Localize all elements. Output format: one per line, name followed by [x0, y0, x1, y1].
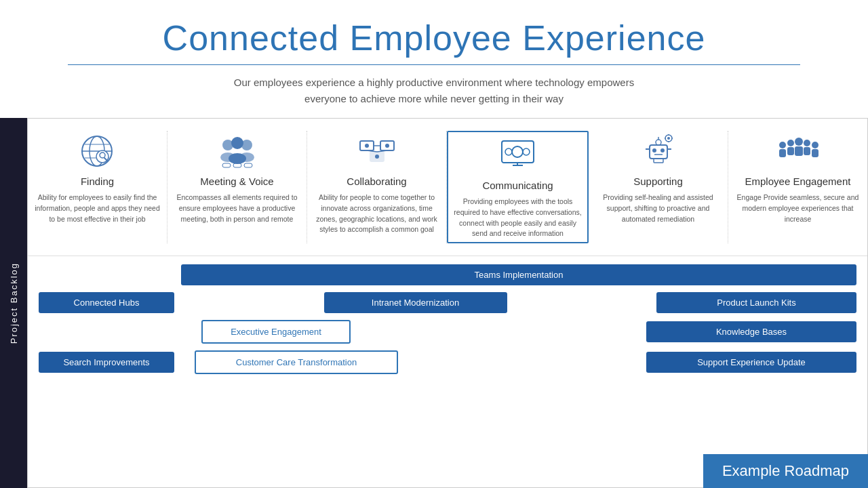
roadmap-row-2: Connected Hubs Intranet Modernization Pr… [39, 292, 856, 313]
pillar-engagement: Employee Engagement Engage Provide seaml… [728, 131, 867, 243]
collaborate-icon [357, 131, 397, 171]
svg-point-10 [241, 140, 252, 150]
customer-care-bar[interactable]: Customer Care Transformation [195, 350, 398, 374]
svg-point-9 [231, 137, 243, 149]
header-section: Connected Employee Experience Our employ… [0, 0, 868, 107]
engagement-icon [778, 131, 818, 171]
pillar-collaborating-title: Collaborating [347, 176, 406, 187]
svg-point-20 [365, 144, 369, 148]
pillar-meeting: Meeting & Voice Encompasses all elements… [167, 131, 307, 243]
svg-rect-50 [787, 147, 794, 155]
svg-line-25 [377, 150, 387, 152]
globe-icon [77, 131, 118, 171]
svg-point-53 [804, 140, 810, 146]
divider-line [68, 64, 800, 65]
pillar-communicating-title: Communicating [482, 180, 553, 191]
svg-point-22 [375, 155, 379, 159]
pillar-engagement-title: Employee Engagement [745, 176, 851, 187]
svg-rect-56 [812, 149, 818, 157]
pillar-meeting-title: Meeting & Voice [200, 176, 273, 187]
pillar-finding-title: Finding [81, 176, 114, 187]
support-icon [638, 131, 679, 171]
svg-rect-52 [795, 146, 803, 156]
svg-point-47 [779, 142, 786, 148]
sidebar: Project Backlog [0, 118, 27, 488]
svg-point-33 [652, 148, 656, 152]
main-content: Project Backlog [0, 118, 868, 488]
search-improvements-bar[interactable]: Search Improvements [39, 352, 174, 373]
pillar-supporting-title: Supporting [633, 176, 683, 187]
page-wrapper: Connected Employee Experience Our employ… [0, 0, 868, 488]
roadmap-section: Teams Implementation Connected Hubs Intr… [28, 256, 867, 487]
communicate-icon [498, 135, 538, 176]
pillar-collaborating-desc: Ability for people to come together to i… [313, 192, 441, 235]
svg-point-21 [385, 144, 389, 148]
pillar-finding: Finding Ability for employees to easily … [28, 131, 167, 243]
svg-point-34 [660, 148, 665, 152]
pillar-collaborating: Collaborating Ability for people to come… [307, 131, 447, 243]
svg-point-49 [787, 140, 794, 146]
svg-rect-14 [222, 163, 231, 167]
svg-rect-32 [650, 145, 667, 159]
product-launch-kits-bar[interactable]: Product Launch Kits [656, 292, 856, 313]
intranet-modernization-bar[interactable]: Intranet Modernization [324, 292, 507, 313]
pillar-meeting-desc: Encompasses all elements required to ens… [173, 192, 301, 224]
example-roadmap-label: Example Roadmap [703, 454, 868, 488]
svg-line-24 [367, 150, 377, 152]
connected-hubs-bar[interactable]: Connected Hubs [39, 292, 174, 313]
executive-engagement-bar[interactable]: Executive Engagement [201, 320, 351, 344]
knowledge-bases-bar[interactable]: Knowledge Bases [646, 321, 856, 342]
svg-rect-54 [804, 147, 810, 155]
support-experience-bar[interactable]: Support Experience Update [646, 352, 856, 373]
svg-point-37 [656, 140, 661, 145]
pillar-communicating: Communicating Providing employees with t… [447, 131, 589, 243]
roadmap-row-1: Teams Implementation [39, 264, 856, 285]
svg-rect-16 [244, 163, 252, 167]
svg-point-29 [523, 148, 530, 155]
roadmap-row-4: Search Improvements Customer Care Transf… [39, 350, 856, 374]
pillar-supporting: Supporting Providing self-healing and as… [589, 131, 728, 243]
svg-point-42 [667, 137, 670, 140]
pillars-row: Finding Ability for employees to easily … [28, 119, 867, 256]
svg-rect-26 [502, 141, 534, 163]
pillar-finding-desc: Ability for employees to easily find the… [33, 192, 161, 224]
meeting-icon [217, 131, 258, 171]
pillar-engagement-desc: Engage Provide seamless, secure and mode… [734, 192, 862, 224]
roadmap-row-3: Executive Engagement Knowledge Bases [39, 320, 856, 344]
svg-point-51 [795, 138, 803, 146]
sidebar-label: Project Backlog [9, 262, 19, 344]
svg-rect-48 [779, 149, 786, 157]
subtitle: Our employees experience a highly produc… [41, 75, 827, 107]
main-title: Connected Employee Experience [41, 19, 827, 58]
svg-point-13 [239, 152, 254, 162]
svg-point-27 [512, 146, 523, 157]
pillar-communicating-desc: Providing employees with the tools requi… [454, 197, 582, 239]
pillar-supporting-desc: Providing self-healing and assisted supp… [594, 192, 722, 224]
teams-implementation-bar[interactable]: Teams Implementation [181, 264, 856, 285]
svg-point-28 [505, 148, 512, 155]
svg-point-55 [812, 142, 818, 148]
content-panel: Finding Ability for employees to easily … [27, 118, 868, 488]
